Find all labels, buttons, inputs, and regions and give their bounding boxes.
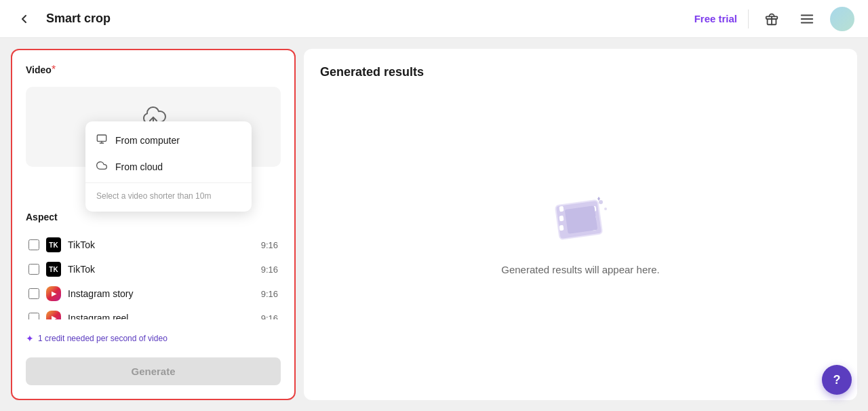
table-row: TK TikTok 9:16 <box>26 258 281 281</box>
aspect-ratio-tiktok1: 9:16 <box>261 240 278 250</box>
svg-point-15 <box>599 200 603 204</box>
right-panel: Generated results Gene <box>304 49 857 400</box>
tiktok-icon-2: TK <box>46 262 61 277</box>
aspect-list: TK TikTok 9:16 TK TikTok 9:16 ▶ Instagra… <box>26 233 281 319</box>
aspect-name-instagram-reel: Instagram reel <box>68 313 254 319</box>
dropdown-menu: From computer From cloud Select a video … <box>85 121 252 212</box>
results-empty-text: Generated results will appear here. <box>501 264 659 275</box>
from-cloud-option[interactable]: From cloud <box>85 153 252 180</box>
film-strip-icon <box>543 189 618 253</box>
instagram-story-icon: ▶ <box>46 286 61 301</box>
aspect-ratio-instagram-reel: 9:16 <box>261 313 278 320</box>
video-hint: Select a video shorter than 10m <box>85 186 252 206</box>
aspect-label: Aspect <box>26 212 281 222</box>
from-computer-label: From computer <box>115 135 180 146</box>
free-trial-button[interactable]: Free trial <box>694 13 737 24</box>
cloud-icon <box>96 160 107 173</box>
page-title: Smart crop <box>46 12 684 26</box>
svg-rect-5 <box>97 135 106 141</box>
computer-icon <box>96 134 107 146</box>
svg-rect-8 <box>559 206 564 212</box>
header-separator <box>748 9 749 28</box>
credit-info: ✦ 1 credit needed per second of video <box>26 330 281 347</box>
aspect-name-tiktok1: TikTok <box>68 239 254 250</box>
aspect-ratio-instagram-story: 9:16 <box>261 289 278 299</box>
table-row: TK TikTok 9:16 <box>26 233 281 256</box>
aspect-name-instagram-story: Instagram story <box>68 288 254 299</box>
table-row: ▶ Instagram story 9:16 <box>26 282 281 305</box>
menu-icon[interactable] <box>795 7 819 31</box>
svg-rect-9 <box>559 215 564 221</box>
svg-point-16 <box>604 208 607 210</box>
video-label: Video* <box>26 64 281 76</box>
left-panel: Video* Select video ∨ From compute <box>11 49 296 400</box>
table-row: ▶ Instagram reel 9:16 <box>26 307 281 319</box>
tiktok-checkbox-1[interactable] <box>28 239 39 250</box>
from-cloud-label: From cloud <box>115 161 163 172</box>
back-button[interactable] <box>14 8 35 30</box>
instagram-story-checkbox[interactable] <box>28 288 39 299</box>
aspect-ratio-tiktok2: 9:16 <box>261 265 278 275</box>
from-computer-option[interactable]: From computer <box>85 127 252 153</box>
instagram-reel-checkbox[interactable] <box>28 313 39 319</box>
results-title: Generated results <box>320 65 841 79</box>
svg-rect-10 <box>559 224 564 231</box>
avatar[interactable] <box>830 7 854 31</box>
credit-star-icon: ✦ <box>26 333 34 344</box>
main-content: Video* Select video ∨ From compute <box>0 38 868 411</box>
tiktok-icon-1: TK <box>46 237 61 252</box>
instagram-reel-icon: ▶ <box>46 311 61 319</box>
app-header: Smart crop Free trial <box>0 0 868 38</box>
svg-rect-14 <box>565 206 598 234</box>
results-empty-state: Generated results will appear here. <box>320 79 841 384</box>
help-button[interactable]: ? <box>822 365 852 395</box>
tiktok-checkbox-2[interactable] <box>28 264 39 275</box>
aspect-name-tiktok2: TikTok <box>68 264 254 275</box>
generate-button[interactable]: Generate <box>26 357 281 385</box>
dropdown-divider <box>85 182 252 183</box>
gift-icon[interactable] <box>760 7 784 31</box>
